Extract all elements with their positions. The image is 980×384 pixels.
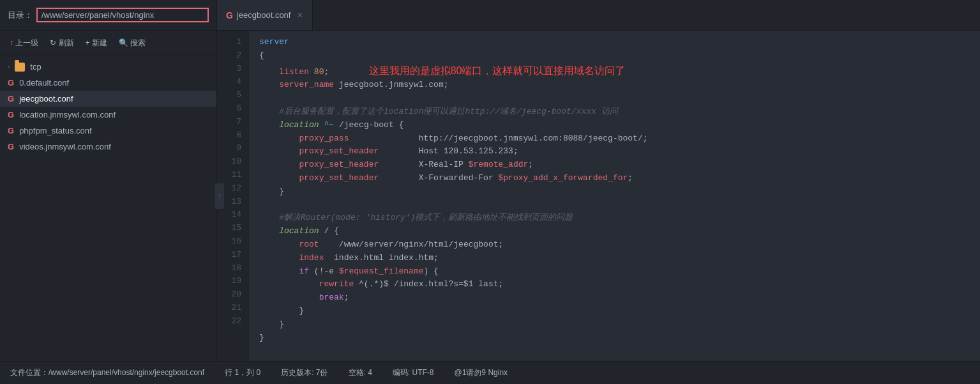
cursor-status: 行 1，列 0: [225, 367, 260, 378]
g-badge-phpfpm: G: [8, 126, 14, 135]
tab-bar: G jeecgboot.conf ✕: [217, 0, 980, 30]
folder-name: tcp: [30, 62, 41, 72]
history-status: 历史版本: 7份: [281, 367, 328, 378]
path-value: /www/server/panel/vhost/nginx: [36, 8, 209, 22]
sidebar-toolbar: ↑ 上一级 ↻ 刷新 + 新建 🔍 搜索: [0, 31, 216, 56]
sidebar: ↑ 上一级 ↻ 刷新 + 新建 🔍 搜索 › tcp G 0.default.c…: [0, 31, 217, 361]
file-name-phpfpm: phpfpm_status.conf: [19, 126, 91, 135]
up-label: ↑ 上一级: [10, 38, 38, 49]
sidebar-item-tcp[interactable]: › tcp: [0, 59, 216, 75]
close-icon[interactable]: ✕: [297, 11, 303, 20]
status-bar: 文件位置：/www/server/panel/vhost/nginx/jeecg…: [0, 361, 980, 384]
sidebar-item-0default[interactable]: G 0.default.conf: [0, 75, 216, 91]
new-button[interactable]: + 新建: [81, 36, 112, 50]
path-label: 目录：: [8, 10, 33, 21]
search-button[interactable]: 🔍 搜索: [114, 36, 150, 50]
new-label: + 新建: [86, 38, 107, 49]
refresh-button[interactable]: ↻ 刷新: [45, 36, 78, 50]
tab-label: jeecgboot.conf: [237, 10, 291, 20]
extra-info-status: @1请勿9 Nginx: [455, 367, 508, 378]
sidebar-item-videos[interactable]: G videos.jnmsywl.com.conf: [0, 139, 216, 155]
g-icon: G: [226, 10, 233, 20]
encoding-status: 编码: UTF-8: [393, 367, 434, 378]
sidebar-item-jeecgboot[interactable]: G jeecgboot.conf: [0, 91, 216, 107]
g-badge-videos: G: [8, 142, 14, 151]
sidebar-item-location[interactable]: G location.jnmsywl.com.conf: [0, 107, 216, 123]
file-name-location: location.jnmsywl.com.conf: [19, 110, 116, 119]
refresh-label: ↻ 刷新: [50, 38, 73, 49]
path-section: 目录： /www/server/panel/vhost/nginx: [0, 0, 217, 30]
g-badge-jeecgboot: G: [8, 94, 14, 104]
g-badge-0default: G: [8, 78, 14, 88]
chevron-right-icon: ›: [8, 63, 10, 70]
code-container[interactable]: 1 2 3 4 5 6 7 8 9 10 11 12 13 14 15 16 1…: [217, 31, 980, 361]
file-name-jeecgboot: jeecgboot.conf: [19, 94, 73, 104]
indent-status: 空格: 4: [349, 367, 372, 378]
main-content: ↑ 上一级 ↻ 刷新 + 新建 🔍 搜索 › tcp G 0.default.c…: [0, 31, 980, 361]
file-list: › tcp G 0.default.conf G jeecgboot.conf …: [0, 56, 216, 361]
collapse-handle[interactable]: ‹: [215, 183, 224, 209]
sidebar-item-phpfpm[interactable]: G phpfpm_status.conf: [0, 123, 216, 139]
folder-icon: [15, 63, 25, 72]
editor-area: 1 2 3 4 5 6 7 8 9 10 11 12 13 14 15 16 1…: [217, 31, 980, 361]
file-path-status: 文件位置：/www/server/panel/vhost/nginx/jeecg…: [10, 367, 204, 378]
file-tab[interactable]: G jeecgboot.conf ✕: [217, 0, 313, 30]
g-badge-location: G: [8, 110, 14, 119]
search-label: 🔍 搜索: [119, 38, 146, 49]
up-button[interactable]: ↑ 上一级: [5, 36, 43, 50]
file-name-0default: 0.default.conf: [19, 78, 69, 88]
top-bar: 目录： /www/server/panel/vhost/nginx G jeec…: [0, 0, 980, 31]
file-name-videos: videos.jnmsywl.com.conf: [19, 142, 111, 151]
code-editor[interactable]: server { listen 80; 这里我用的是虚拟80端口，这样就可以直接…: [249, 31, 980, 361]
